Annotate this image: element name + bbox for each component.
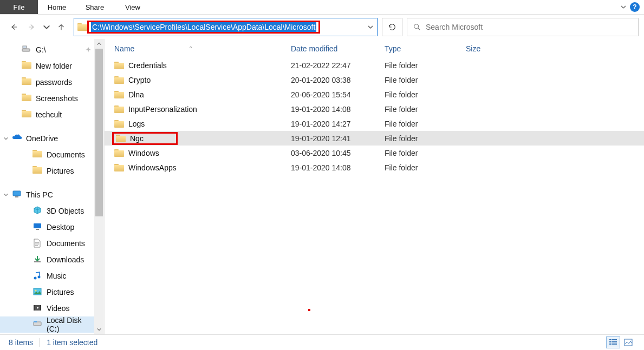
address-bar[interactable]: C:\Windows\ServiceProfiles\LocalService\… bbox=[74, 18, 378, 36]
sidebar-item-label: Music bbox=[47, 272, 67, 280]
column-header-size[interactable]: Size bbox=[466, 39, 517, 58]
folder-icon bbox=[114, 76, 124, 84]
item-date: 19-01-2020 14:27 bbox=[291, 120, 385, 128]
tab-home[interactable]: Home bbox=[38, 0, 76, 14]
address-dropdown-icon[interactable] bbox=[367, 24, 374, 30]
address-path-text[interactable]: C:\Windows\ServiceProfiles\LocalService\… bbox=[91, 22, 316, 32]
folder-icon bbox=[114, 120, 124, 128]
help-icon[interactable]: ? bbox=[630, 2, 640, 12]
svg-rect-15 bbox=[34, 321, 37, 322]
tab-view[interactable]: View bbox=[114, 0, 152, 14]
folder-row-windowsapps[interactable]: WindowsApps19-01-2020 14:08File folder bbox=[105, 160, 644, 175]
sidebar-item-label: G:\ bbox=[36, 45, 46, 54]
svg-rect-16 bbox=[609, 339, 611, 340]
item-name: InputPersonalization bbox=[128, 105, 197, 114]
item-name: Crypto bbox=[128, 76, 151, 84]
pin-icon bbox=[85, 47, 92, 53]
folder-row-dlna[interactable]: Dlna20-06-2020 15:54File folder bbox=[105, 87, 644, 102]
sidebar-item-new-folder[interactable]: New folder bbox=[0, 58, 95, 74]
scroll-up-icon[interactable] bbox=[94, 39, 104, 49]
folder-row-ngc[interactable]: Ngc19-01-2020 12:41File folder bbox=[105, 131, 644, 146]
item-type: File folder bbox=[385, 120, 466, 128]
sidebar-item[interactable]: Documents bbox=[0, 147, 95, 163]
item-type: File folder bbox=[385, 163, 466, 172]
sidebar-item-label: Pictures bbox=[47, 167, 74, 175]
tab-share[interactable]: Share bbox=[76, 0, 114, 14]
sidebar-scrollbar[interactable] bbox=[94, 39, 104, 334]
sidebar-item[interactable]: Music bbox=[0, 268, 95, 284]
item-date: 20-01-2020 03:38 bbox=[291, 76, 385, 84]
file-tab[interactable]: File bbox=[0, 0, 38, 14]
sidebar-item-label: New folder bbox=[36, 62, 72, 70]
chevron-down-icon[interactable] bbox=[3, 192, 9, 197]
sort-indicator-icon: ⌃ bbox=[188, 45, 193, 51]
up-button[interactable] bbox=[53, 19, 69, 35]
scrollbar-thumb[interactable] bbox=[95, 49, 103, 216]
folder-icon bbox=[22, 94, 31, 103]
recent-locations-button[interactable] bbox=[42, 19, 51, 35]
music-icon bbox=[32, 271, 42, 281]
sidebar-item[interactable]: Documents bbox=[0, 235, 95, 252]
column-header-type[interactable]: Type bbox=[385, 39, 466, 58]
forward-button[interactable] bbox=[24, 19, 40, 35]
sidebar-onedrive[interactable]: OneDrive bbox=[0, 130, 95, 147]
folder-row-crypto[interactable]: Crypto20-01-2020 03:38File folder bbox=[105, 72, 644, 87]
svg-rect-13 bbox=[40, 305, 41, 311]
file-list: Name⌃ Date modified Type Size Credential… bbox=[105, 39, 644, 334]
back-button[interactable] bbox=[5, 19, 22, 35]
status-bar: 8 items 1 item selected bbox=[0, 334, 644, 350]
details-view-button[interactable] bbox=[606, 336, 620, 348]
pictures-icon bbox=[32, 287, 42, 297]
folder-row-credentials[interactable]: Credentials21-02-2022 22:47File folder bbox=[105, 58, 644, 72]
sidebar-item-passwords[interactable]: passwords bbox=[0, 74, 95, 90]
search-input[interactable] bbox=[426, 23, 633, 31]
folder-icon bbox=[114, 91, 124, 98]
svg-point-10 bbox=[35, 290, 37, 292]
status-separator bbox=[40, 338, 40, 347]
search-box[interactable] bbox=[407, 18, 639, 36]
sidebar-item[interactable]: Pictures bbox=[0, 284, 95, 300]
arrow-up-icon bbox=[56, 22, 66, 32]
sidebar-item-techcult[interactable]: techcult bbox=[0, 107, 95, 123]
item-type: File folder bbox=[385, 61, 466, 70]
sidebar-item[interactable]: Downloads bbox=[0, 252, 95, 268]
svg-rect-1 bbox=[22, 49, 30, 51]
item-date: 03-06-2020 10:45 bbox=[291, 149, 385, 157]
sidebar-item-label: Pictures bbox=[47, 288, 74, 296]
chevron-down-icon[interactable] bbox=[3, 136, 9, 141]
sidebar-item[interactable]: Local Disk (C:) bbox=[0, 316, 95, 333]
sidebar-item[interactable]: Videos bbox=[0, 300, 95, 316]
svg-rect-21 bbox=[612, 344, 617, 345]
item-name: Dlna bbox=[128, 90, 144, 99]
sidebar-item-screenshots[interactable]: Screenshots bbox=[0, 90, 95, 107]
folder-row-windows[interactable]: Windows03-06-2020 10:45File folder bbox=[105, 146, 644, 160]
sidebar-item[interactable]: Desktop bbox=[0, 219, 95, 235]
folder-icon bbox=[114, 62, 124, 69]
thumbnails-view-button[interactable] bbox=[621, 336, 635, 348]
minimize-ribbon-icon[interactable] bbox=[620, 4, 627, 10]
highlight-box: Ngc bbox=[112, 132, 178, 145]
item-date: 19-01-2020 14:08 bbox=[291, 163, 385, 172]
sidebar-item[interactable]: 3D Objects bbox=[0, 203, 95, 219]
column-header-name[interactable]: Name⌃ bbox=[114, 39, 291, 58]
chevron-down-icon bbox=[42, 22, 51, 32]
scroll-down-icon[interactable] bbox=[94, 325, 104, 334]
sidebar-item[interactable]: Pictures bbox=[0, 163, 95, 179]
folder-row-logs[interactable]: Logs19-01-2020 14:27File folder bbox=[105, 116, 644, 131]
sidebar-item-g-[interactable]: G:\ bbox=[0, 42, 95, 58]
svg-rect-14 bbox=[34, 322, 41, 326]
svg-rect-12 bbox=[34, 305, 35, 311]
item-type: File folder bbox=[385, 105, 466, 114]
item-date: 20-06-2020 15:54 bbox=[291, 90, 385, 99]
svg-rect-18 bbox=[609, 341, 611, 342]
svg-rect-6 bbox=[36, 229, 39, 230]
refresh-icon bbox=[388, 23, 396, 31]
sidebar-item-label: passwords bbox=[36, 78, 72, 87]
sidebar-this-pc[interactable]: This PC bbox=[0, 187, 95, 203]
address-highlight-box: C:\Windows\ServiceProfiles\LocalService\… bbox=[87, 21, 320, 34]
item-name: Ngc bbox=[130, 134, 144, 143]
refresh-button[interactable] bbox=[382, 18, 402, 36]
column-header-date[interactable]: Date modified bbox=[291, 39, 385, 58]
folder-row-inputpersonalization[interactable]: InputPersonalization19-01-2020 14:08File… bbox=[105, 102, 644, 116]
folder-icon bbox=[32, 166, 42, 176]
